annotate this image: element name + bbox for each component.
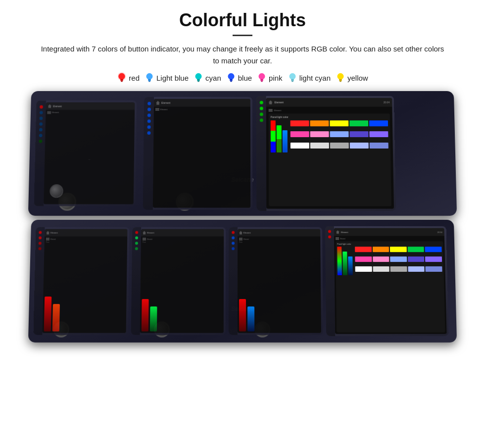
led-blue-1 <box>39 111 43 114</box>
svg-point-0 <box>119 73 125 80</box>
led-blue-unit2-5 <box>147 125 150 129</box>
led-blue-unit2-1 <box>147 102 151 105</box>
bar-b1-2 <box>52 304 60 331</box>
bottom-device-row: Element Element Pane <box>15 219 470 342</box>
color-item-cyan: cyan <box>194 72 221 84</box>
color-list: red Light blue cyan blue <box>117 72 368 84</box>
screen-body-3: Element Panel light color <box>266 107 394 209</box>
svg-rect-11 <box>230 81 232 82</box>
menu-lines-1 <box>47 111 51 114</box>
sw-b4-8 <box>390 256 407 262</box>
swatch-purple <box>369 131 388 137</box>
svg-rect-10 <box>230 79 233 81</box>
bar-rgb <box>271 120 276 152</box>
svg-point-3 <box>146 73 153 80</box>
menu-b3: Element <box>243 238 249 240</box>
led-b4-r2 <box>328 236 331 239</box>
led-r-b1b <box>39 237 42 240</box>
swatch-blue1 <box>369 120 388 126</box>
color-item-yellow: yellow <box>336 72 368 84</box>
led-b3-b1 <box>232 237 235 240</box>
led-b2-g <box>135 237 138 240</box>
swatch-red <box>291 120 309 126</box>
sw-b4-6 <box>355 256 372 262</box>
swatch-slateblue <box>370 143 388 149</box>
color-picker-b4: Panel light color <box>336 241 445 332</box>
led-r-b1c <box>39 242 42 245</box>
color-picker-label-3: Panel light color <box>271 115 388 118</box>
bulb-icon-yellow <box>336 72 345 84</box>
menu-row-2: Element <box>155 108 249 111</box>
led-b3-b2 <box>232 242 235 245</box>
screen-header-b2: Element <box>141 229 224 237</box>
label-b2: Element <box>147 232 154 234</box>
top-radio-strip: Element Element <box>28 91 457 216</box>
color-label-blue: blue <box>238 74 252 82</box>
body-b4: Element Panel light color <box>334 236 447 334</box>
time-b4: 20:04 <box>437 231 442 233</box>
menu-line <box>47 112 51 113</box>
bar-b2-2 <box>150 306 157 331</box>
led-green-3b <box>259 107 263 110</box>
swatch-green <box>349 120 368 126</box>
led-b3-r <box>232 231 235 234</box>
led-b2-g3 <box>135 247 138 250</box>
color-picker-body <box>271 120 388 152</box>
screen-header-1: Element <box>46 102 135 110</box>
bulb-icon-red <box>117 72 127 84</box>
bar-blue <box>283 130 288 152</box>
menu-label-2: Element <box>160 108 168 111</box>
led-blue-unit2-3 <box>147 113 150 117</box>
body-b1: Element Pane <box>43 237 128 333</box>
svg-rect-1 <box>121 79 124 81</box>
top-device-row: Element Element <box>15 91 470 215</box>
svg-rect-14 <box>261 81 263 82</box>
svg-point-9 <box>228 73 234 80</box>
bulb-icon-lightcyan <box>288 72 297 84</box>
pane-b1: Pane <box>46 241 126 243</box>
svg-rect-13 <box>260 79 263 81</box>
svg-point-15 <box>289 73 295 80</box>
swatch-pink <box>291 131 309 137</box>
swatch-violet <box>349 131 368 137</box>
led-r-b1d <box>38 247 41 250</box>
swatch-periwinkle <box>330 131 349 137</box>
description: Integrated with 7 colors of button indic… <box>40 43 445 67</box>
swatch-lightpink <box>310 131 329 137</box>
led-blue-unit2-4 <box>147 119 150 123</box>
title-divider <box>233 35 252 36</box>
button-col-2 <box>143 97 154 210</box>
color-item-blue: blue <box>226 72 252 84</box>
led-blue-unit2-6 <box>147 131 150 135</box>
menu-b2: Element <box>147 238 152 240</box>
bars-b2 <box>142 245 222 331</box>
sw-b4-10 <box>425 256 442 262</box>
pane-b3: Pane <box>239 241 319 243</box>
menu-row-3: Element <box>269 109 390 112</box>
svg-rect-20 <box>340 81 341 82</box>
knob-area-1 <box>43 182 69 200</box>
svg-rect-5 <box>148 81 150 82</box>
home-b3 <box>239 231 242 235</box>
led-green-3 <box>259 101 263 104</box>
sw-b4-14 <box>408 266 425 272</box>
bottom-radio-strip: Element Element Pane <box>28 220 457 343</box>
color-label-lightblue: Light blue <box>156 74 189 82</box>
sw-b4-4 <box>407 247 424 252</box>
color-item-pink: pink <box>257 72 283 84</box>
menu-b1: Element <box>50 238 56 240</box>
radio-unit-1: Element Element <box>34 100 137 206</box>
swatch-yellow <box>330 120 348 126</box>
led-blue-2 <box>39 117 43 120</box>
page-title: Colorful Lights <box>179 10 306 31</box>
home-icon-1 <box>48 104 52 108</box>
screen-placeholder-1: — <box>89 157 91 160</box>
screen-b4: Element 20:04 Element <box>334 228 447 334</box>
swatch-orange <box>310 120 329 126</box>
bottom-unit-3: Element Element Pane <box>229 227 323 335</box>
svg-rect-7 <box>197 79 200 81</box>
screen-body-2: Element <box>153 107 250 208</box>
sw-b4-5 <box>425 247 442 252</box>
bar-b4-g <box>342 251 347 275</box>
bar-b1-1 <box>44 297 52 332</box>
